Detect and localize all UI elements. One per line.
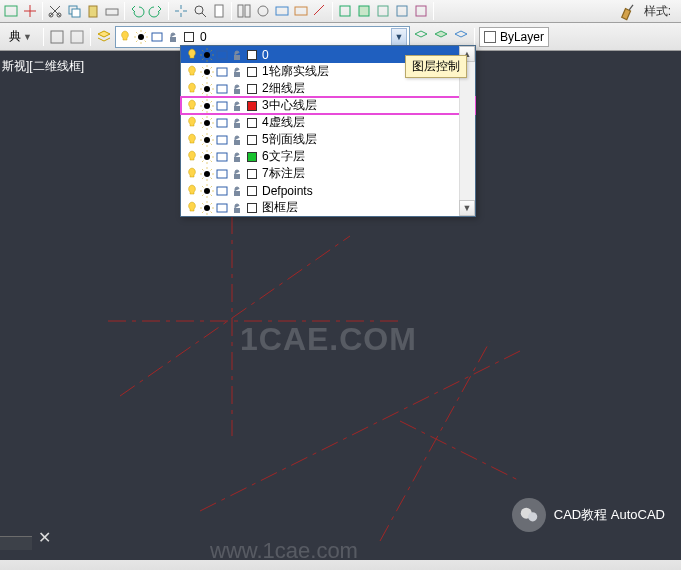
separator bbox=[90, 28, 91, 46]
bulb-icon[interactable] bbox=[185, 99, 199, 113]
sun-icon[interactable] bbox=[200, 116, 214, 130]
separator bbox=[43, 28, 44, 46]
bulb-icon[interactable] bbox=[185, 133, 199, 147]
bulb-icon[interactable] bbox=[185, 65, 199, 79]
layer-tool-icon[interactable] bbox=[432, 28, 450, 46]
tool-icon[interactable] bbox=[2, 2, 20, 20]
tool-icon[interactable] bbox=[311, 2, 329, 20]
redo-icon[interactable] bbox=[147, 2, 165, 20]
close-icon[interactable]: ✕ bbox=[38, 528, 56, 544]
bulb-icon[interactable] bbox=[185, 201, 199, 215]
sun-icon[interactable] bbox=[200, 48, 214, 62]
viewport-icon[interactable] bbox=[215, 150, 229, 164]
sun-icon[interactable] bbox=[200, 201, 214, 215]
pan-icon[interactable] bbox=[172, 2, 190, 20]
viewport-icon[interactable] bbox=[215, 82, 229, 96]
viewport-icon[interactable] bbox=[215, 116, 229, 130]
lock-open-icon[interactable] bbox=[230, 116, 244, 130]
tool-icon[interactable] bbox=[68, 28, 86, 46]
tool-icon[interactable] bbox=[254, 2, 272, 20]
lock-open-icon[interactable] bbox=[230, 150, 244, 164]
bulb-icon[interactable] bbox=[185, 48, 199, 62]
color-swatch[interactable] bbox=[247, 118, 257, 128]
layer-row[interactable]: 图框层 bbox=[181, 199, 475, 216]
tool-icon[interactable] bbox=[235, 2, 253, 20]
layer-row[interactable]: 3中心线层 bbox=[181, 97, 475, 114]
layer-row[interactable]: Defpoints bbox=[181, 182, 475, 199]
layer-manager-icon[interactable] bbox=[95, 28, 113, 46]
layer-row[interactable]: 4虚线层 bbox=[181, 114, 475, 131]
layer-row[interactable]: 5剖面线层 bbox=[181, 131, 475, 148]
sun-icon[interactable] bbox=[200, 65, 214, 79]
svg-point-41 bbox=[204, 103, 210, 109]
viewport-icon[interactable] bbox=[215, 65, 229, 79]
tool-icon[interactable] bbox=[273, 2, 291, 20]
tool-icon[interactable] bbox=[374, 2, 392, 20]
color-combo[interactable]: ByLayer bbox=[479, 27, 549, 47]
lock-open-icon[interactable] bbox=[230, 201, 244, 215]
svg-point-11 bbox=[258, 6, 268, 16]
color-swatch[interactable] bbox=[247, 186, 257, 196]
lock-open-icon[interactable] bbox=[230, 48, 244, 62]
zoom-icon[interactable] bbox=[191, 2, 209, 20]
lock-open-icon[interactable] bbox=[230, 99, 244, 113]
bulb-icon[interactable] bbox=[185, 116, 199, 130]
color-label: ByLayer bbox=[500, 30, 544, 44]
viewport-icon[interactable] bbox=[215, 99, 229, 113]
cut-icon[interactable] bbox=[46, 2, 64, 20]
layer-tool-icon[interactable] bbox=[412, 28, 430, 46]
layer-row[interactable]: 2细线层 bbox=[181, 80, 475, 97]
format-brush-icon[interactable] bbox=[618, 2, 638, 20]
svg-rect-52 bbox=[234, 157, 240, 162]
color-swatch[interactable] bbox=[247, 169, 257, 179]
bulb-icon[interactable] bbox=[185, 167, 199, 181]
color-swatch[interactable] bbox=[247, 203, 257, 213]
color-swatch[interactable] bbox=[247, 101, 257, 111]
tool-icon[interactable] bbox=[393, 2, 411, 20]
color-swatch[interactable] bbox=[247, 135, 257, 145]
color-swatch[interactable] bbox=[247, 50, 257, 60]
paste-icon[interactable] bbox=[84, 2, 102, 20]
viewport-icon[interactable] bbox=[215, 167, 229, 181]
layer-tool-icon[interactable] bbox=[452, 28, 470, 46]
lock-open-icon[interactable] bbox=[230, 65, 244, 79]
layer-row[interactable]: 6文字层 bbox=[181, 148, 475, 165]
bulb-icon[interactable] bbox=[185, 184, 199, 198]
tool-icon[interactable] bbox=[355, 2, 373, 20]
workspace-switch[interactable]: 典 ▼ bbox=[2, 26, 39, 48]
tool-icon[interactable] bbox=[292, 2, 310, 20]
layer-row[interactable]: 7标注层 bbox=[181, 165, 475, 182]
svg-rect-17 bbox=[397, 6, 407, 16]
svg-rect-16 bbox=[378, 6, 388, 16]
tool-icon[interactable] bbox=[48, 28, 66, 46]
viewport-icon[interactable] bbox=[215, 201, 229, 215]
doc-icon[interactable] bbox=[210, 2, 228, 20]
viewport-icon[interactable] bbox=[215, 48, 229, 62]
scroll-down-button[interactable]: ▼ bbox=[459, 200, 475, 216]
color-swatch[interactable] bbox=[247, 84, 257, 94]
lock-open-icon[interactable] bbox=[230, 184, 244, 198]
sun-icon[interactable] bbox=[200, 82, 214, 96]
svg-rect-22 bbox=[152, 33, 162, 41]
copy-icon[interactable] bbox=[65, 2, 83, 20]
lock-open-icon[interactable] bbox=[230, 167, 244, 181]
lock-open-icon[interactable] bbox=[230, 82, 244, 96]
lock-open-icon[interactable] bbox=[230, 133, 244, 147]
undo-icon[interactable] bbox=[128, 2, 146, 20]
sun-icon[interactable] bbox=[200, 99, 214, 113]
bulb-icon[interactable] bbox=[185, 150, 199, 164]
sun-icon[interactable] bbox=[200, 184, 214, 198]
viewport-icon[interactable] bbox=[215, 184, 229, 198]
dropdown-button[interactable]: ▼ bbox=[391, 28, 407, 46]
viewport-icon[interactable] bbox=[215, 133, 229, 147]
tool-icon[interactable] bbox=[21, 2, 39, 20]
tool-icon[interactable] bbox=[336, 2, 354, 20]
sun-icon[interactable] bbox=[200, 167, 214, 181]
tool-icon[interactable] bbox=[412, 2, 430, 20]
color-swatch[interactable] bbox=[247, 67, 257, 77]
match-icon[interactable] bbox=[103, 2, 121, 20]
bulb-icon[interactable] bbox=[185, 82, 199, 96]
sun-icon[interactable] bbox=[200, 150, 214, 164]
color-swatch[interactable] bbox=[247, 152, 257, 162]
sun-icon[interactable] bbox=[200, 133, 214, 147]
